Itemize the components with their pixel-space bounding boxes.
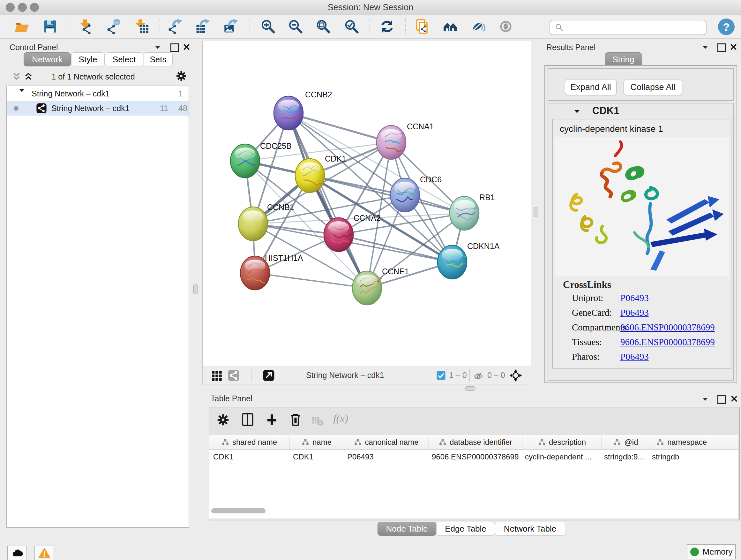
table-hscrollbar-thumb[interactable] (211, 508, 266, 513)
cdk1-entry-header[interactable]: CDK1 (548, 103, 733, 119)
birdseye-grid-icon[interactable] (211, 370, 222, 381)
export-image-button[interactable] (222, 17, 240, 36)
tab-edge-table[interactable]: Edge Table (436, 522, 495, 536)
table-gear-icon[interactable] (216, 413, 230, 427)
export-network-button[interactable] (166, 17, 185, 36)
import-table-button[interactable] (132, 17, 151, 36)
edge-CCNE1-HIST1H1A[interactable] (255, 273, 367, 288)
results-panel-close-icon[interactable]: ✕ (730, 42, 738, 53)
memory-button[interactable]: Memory (687, 544, 736, 559)
zoom-selected-button[interactable] (342, 17, 361, 36)
zoom-in-button[interactable] (259, 17, 277, 36)
copy-current-style-button[interactable] (413, 17, 431, 36)
delete-column-icon[interactable] (288, 412, 303, 427)
network-options-gear-icon[interactable] (175, 70, 188, 82)
crosslink-link[interactable]: P06493 (620, 352, 649, 362)
control-panel-float-icon[interactable] (171, 44, 179, 52)
fit-content-crosshair-icon[interactable] (509, 369, 522, 382)
string-home-button[interactable] (441, 17, 460, 36)
table-cell[interactable]: CDK1 (209, 452, 289, 461)
sort-tree-icon (439, 438, 447, 446)
import-database-button[interactable] (104, 17, 123, 36)
right-splitter-handle[interactable] (534, 207, 538, 217)
column-header-name[interactable]: name (289, 435, 344, 449)
table-panel-title: Table Panel (211, 394, 253, 403)
column-header-id[interactable]: @id (602, 435, 650, 449)
table-cell[interactable]: P06493 (343, 452, 428, 461)
zoom-fit-button[interactable] (314, 17, 333, 36)
node-HIST1H1A[interactable]: HIST1H1A (240, 253, 303, 290)
table-panel-close-icon[interactable]: ✕ (730, 393, 738, 405)
collection-count: 1 (179, 86, 183, 101)
network-collection-row[interactable]: String Network – cdk1 1 (7, 86, 189, 101)
search-input[interactable] (566, 23, 706, 32)
column-header-databaseidentifier[interactable]: database identifier (429, 435, 522, 449)
tab-network[interactable]: Network (23, 52, 71, 66)
node-CDC25B[interactable]: CDC25B (230, 141, 292, 178)
results-panel-title: Results Panel (546, 43, 596, 52)
collection-expander-icon[interactable] (18, 87, 25, 94)
left-splitter-handle[interactable] (193, 284, 198, 294)
collapse-all-button[interactable]: Collapse All (623, 79, 682, 95)
tab-network-table[interactable]: Network Table (495, 522, 565, 536)
table-panel-float-icon[interactable] (718, 395, 726, 404)
node-RB1[interactable]: RB1 (450, 193, 495, 230)
refresh-layout-button[interactable] (378, 17, 396, 36)
column-header-canonicalname[interactable]: canonical name (344, 435, 429, 449)
results-panel-collapse-icon[interactable] (701, 44, 709, 51)
help-button[interactable]: ? (718, 18, 735, 35)
tab-node-table[interactable]: Node Table (378, 522, 436, 536)
table-cell[interactable]: stringdb (648, 452, 738, 461)
selected-checkbox-icon[interactable] (436, 371, 446, 380)
table-cell[interactable]: 9606.ENSP00000378699 (428, 452, 521, 461)
add-column-icon[interactable] (264, 412, 280, 427)
crosslink-link[interactable]: 9606.ENSP00000378699 (620, 337, 715, 348)
table-row[interactable]: CDK1CDK1P064939606.ENSP00000378699cyclin… (209, 450, 738, 463)
crosslink-link[interactable]: P06493 (620, 293, 649, 303)
crosslink-row: Compartments:9606.ENSP00000378699 (553, 320, 731, 334)
table-cell[interactable]: cyclin-dependent ... (521, 452, 600, 461)
crosslink-link[interactable]: P06493 (620, 307, 649, 318)
zoom-out-button[interactable] (286, 17, 305, 36)
hidden-eye-slash-icon[interactable] (473, 371, 483, 381)
node-CCNA1[interactable]: CCNA1 (377, 122, 434, 159)
crosslink-label: Tissues: (553, 337, 620, 348)
hide-glass-panel-icon (471, 19, 486, 34)
column-header-description[interactable]: description (522, 435, 602, 449)
collapse-all-networks-icon[interactable] (12, 71, 21, 81)
control-panel-close-icon[interactable]: ✕ (183, 42, 191, 53)
table-cell[interactable]: CDK1 (289, 452, 343, 461)
save-session-button[interactable] (41, 17, 59, 36)
node-label-CDKN1A: CDKN1A (467, 242, 500, 251)
tab-style[interactable]: Style (71, 52, 105, 66)
entry-expander-icon[interactable] (573, 108, 581, 115)
cloud-button[interactable] (7, 546, 27, 560)
control-panel-collapse-icon[interactable] (154, 44, 161, 51)
expand-all-button[interactable]: Expand All (565, 79, 616, 95)
warnings-button[interactable] (35, 546, 54, 560)
node-label-CCNE1: CCNE1 (382, 267, 409, 276)
tab-string[interactable]: String (605, 52, 642, 66)
open-session-button[interactable] (12, 17, 31, 36)
table-cell[interactable]: stringdb:9... (600, 452, 648, 461)
tab-sets[interactable]: Sets (144, 52, 173, 66)
node-CDKN1A[interactable]: CDKN1A (437, 242, 500, 279)
bottom-splitter-handle[interactable] (465, 386, 475, 391)
crosslink-link[interactable]: 9606.ENSP00000378699 (620, 322, 715, 333)
hide-glass-panel-button[interactable] (469, 17, 488, 36)
network-canvas[interactable]: CCNB2CCNA1CDC25BCDK1CDC6RB1CCNB1CCNA2CDK… (202, 41, 531, 367)
column-header-sharedname[interactable]: shared name (209, 435, 289, 449)
toolbar-separator (405, 18, 406, 35)
table-panel-collapse-icon[interactable] (701, 395, 709, 403)
export-table-button[interactable] (193, 17, 212, 36)
show-columns-icon[interactable] (240, 412, 255, 427)
results-panel-float-icon[interactable] (718, 44, 726, 52)
network-row[interactable]: String Network – cdk1 11 48 (7, 101, 189, 116)
open-in-window-icon[interactable] (263, 369, 275, 381)
network-share-button-icon[interactable] (227, 369, 240, 381)
expand-all-networks-icon[interactable] (23, 71, 33, 81)
column-header-namespace[interactable]: namespace (650, 435, 738, 449)
tab-select[interactable]: Select (105, 52, 143, 66)
node-CCNE1[interactable]: CCNE1 (352, 267, 409, 305)
import-network-button[interactable] (77, 17, 96, 36)
